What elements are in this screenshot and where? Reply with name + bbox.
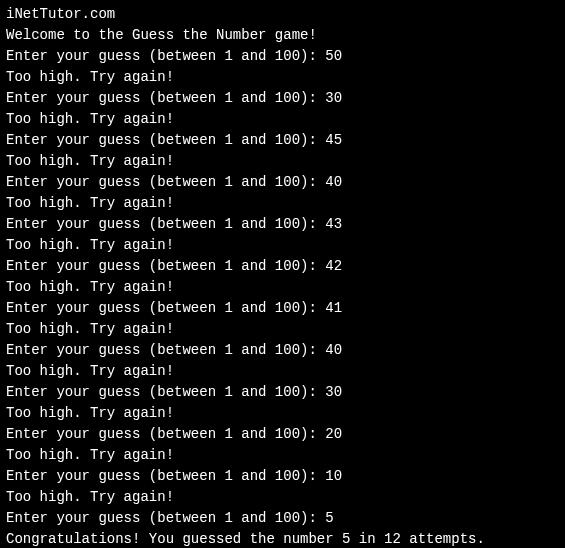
guess-value: 41: [325, 300, 342, 316]
prompt-text: Enter your guess (between 1 and 100):: [6, 342, 325, 358]
feedback-message: Too high. Try again!: [6, 109, 559, 130]
guess-prompt: Enter your guess (between 1 and 100): 20: [6, 424, 559, 445]
guess-prompt: Enter your guess (between 1 and 100): 45: [6, 130, 559, 151]
prompt-text: Enter your guess (between 1 and 100):: [6, 174, 325, 190]
prompt-text: Enter your guess (between 1 and 100):: [6, 132, 325, 148]
prompt-text: Enter your guess (between 1 and 100):: [6, 48, 325, 64]
guess-value: 45: [325, 132, 342, 148]
prompt-text: Enter your guess (between 1 and 100):: [6, 384, 325, 400]
feedback-message: Too high. Try again!: [6, 319, 559, 340]
console-header: iNetTutor.com: [6, 4, 559, 25]
feedback-message: Too high. Try again!: [6, 151, 559, 172]
feedback-message: Too high. Try again!: [6, 193, 559, 214]
feedback-message: Too high. Try again!: [6, 403, 559, 424]
final-guess-prompt: Enter your guess (between 1 and 100): 5: [6, 508, 559, 529]
guess-prompt: Enter your guess (between 1 and 100): 43: [6, 214, 559, 235]
guess-prompt: Enter your guess (between 1 and 100): 50: [6, 46, 559, 67]
guess-prompt: Enter your guess (between 1 and 100): 42: [6, 256, 559, 277]
guess-value: 20: [325, 426, 342, 442]
feedback-message: Too high. Try again!: [6, 67, 559, 88]
welcome-message: Welcome to the Guess the Number game!: [6, 25, 559, 46]
guess-prompt: Enter your guess (between 1 and 100): 30: [6, 382, 559, 403]
guess-value: 40: [325, 174, 342, 190]
prompt-text: Enter your guess (between 1 and 100):: [6, 426, 325, 442]
prompt-text: Enter your guess (between 1 and 100):: [6, 90, 325, 106]
prompt-text: Enter your guess (between 1 and 100):: [6, 216, 325, 232]
guess-value: 30: [325, 384, 342, 400]
feedback-message: Too high. Try again!: [6, 235, 559, 256]
guess-prompt: Enter your guess (between 1 and 100): 40: [6, 172, 559, 193]
feedback-message: Too high. Try again!: [6, 361, 559, 382]
prompt-text: Enter your guess (between 1 and 100):: [6, 258, 325, 274]
guess-value: 10: [325, 468, 342, 484]
guess-value: 42: [325, 258, 342, 274]
guess-value: 30: [325, 90, 342, 106]
prompt-text: Enter your guess (between 1 and 100):: [6, 300, 325, 316]
feedback-message: Too high. Try again!: [6, 487, 559, 508]
congrats-message: Congratulations! You guessed the number …: [6, 529, 559, 548]
guess-value: 40: [325, 342, 342, 358]
guess-prompt: Enter your guess (between 1 and 100): 10: [6, 466, 559, 487]
guess-prompt: Enter your guess (between 1 and 100): 30: [6, 88, 559, 109]
guess-prompt: Enter your guess (between 1 and 100): 40: [6, 340, 559, 361]
guess-prompt: Enter your guess (between 1 and 100): 41: [6, 298, 559, 319]
prompt-text: Enter your guess (between 1 and 100):: [6, 468, 325, 484]
guess-value: 43: [325, 216, 342, 232]
guess-value: 50: [325, 48, 342, 64]
feedback-message: Too high. Try again!: [6, 445, 559, 466]
feedback-message: Too high. Try again!: [6, 277, 559, 298]
